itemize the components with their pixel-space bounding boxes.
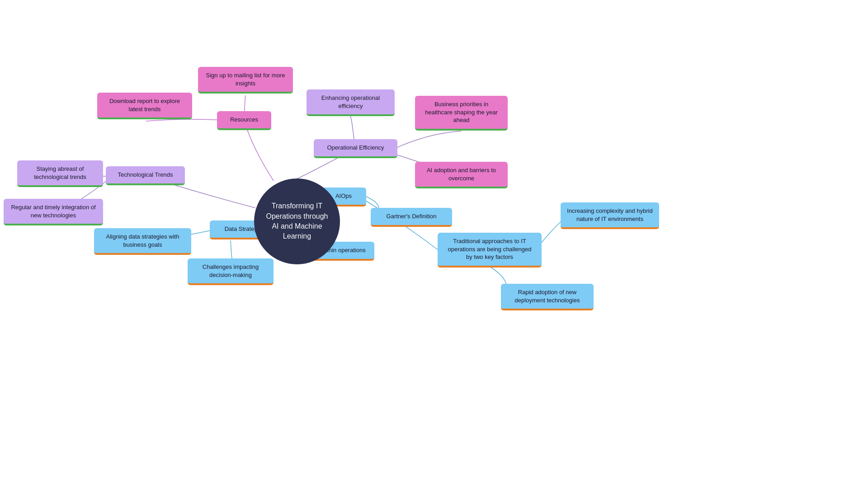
traditional-label: Traditional approaches to IT operations …	[438, 233, 542, 267]
node-operational-eff[interactable]: Operational Efficiency	[314, 139, 397, 158]
node-challenges[interactable]: Challenges impacting decision-making	[188, 258, 274, 285]
node-staying-abreast[interactable]: Staying abreast of technological trends	[17, 160, 103, 187]
business-priorities-label: Business priorities in healthcare shapin…	[415, 96, 508, 131]
node-increasing-complexity[interactable]: Increasing complexity and hybrid nature …	[561, 202, 659, 229]
node-download[interactable]: Download report to explore latest trends	[97, 93, 192, 119]
node-signup[interactable]: Sign up to mailing list for more insight…	[198, 67, 293, 94]
node-traditional[interactable]: Traditional approaches to IT operations …	[438, 233, 542, 267]
gartners-label: Gartner's Definition	[371, 208, 452, 227]
aligning-data-label: Aligning data strategies with business g…	[94, 228, 191, 255]
node-tech-trends[interactable]: Technological Trends	[106, 166, 185, 185]
rapid-adoption-label: Rapid adoption of new deployment technol…	[501, 284, 594, 310]
node-enhancing-ops[interactable]: Enhancing operational efficiency	[307, 89, 395, 116]
staying-abreast-label: Staying abreast of technological trends	[17, 160, 103, 187]
resources-label: Resources	[217, 111, 271, 130]
node-rapid-adoption[interactable]: Rapid adoption of new deployment technol…	[501, 284, 594, 310]
download-label: Download report to explore latest trends	[97, 93, 192, 119]
tech-trends-label: Technological Trends	[106, 166, 185, 185]
signup-label: Sign up to mailing list for more insight…	[198, 67, 293, 94]
ai-adoption-label: AI adoption and barriers to overcome	[415, 162, 508, 188]
center-label: Transforming IT Operations through AI an…	[263, 201, 331, 242]
node-regular-integration[interactable]: Regular and timely integration of new te…	[4, 199, 103, 225]
enhancing-ops-label: Enhancing operational efficiency	[307, 89, 395, 116]
node-ai-adoption[interactable]: AI adoption and barriers to overcome	[415, 162, 508, 188]
node-resources[interactable]: Resources	[217, 111, 271, 130]
operational-eff-label: Operational Efficiency	[314, 139, 397, 158]
regular-integration-label: Regular and timely integration of new te…	[4, 199, 103, 225]
center-node[interactable]: Transforming IT Operations through AI an…	[254, 178, 340, 264]
challenges-label: Challenges impacting decision-making	[188, 258, 274, 285]
node-gartners[interactable]: Gartner's Definition	[371, 208, 452, 227]
node-aligning-data[interactable]: Aligning data strategies with business g…	[94, 228, 191, 255]
increasing-complexity-label: Increasing complexity and hybrid nature …	[561, 202, 659, 229]
node-business-priorities[interactable]: Business priorities in healthcare shapin…	[415, 96, 508, 131]
